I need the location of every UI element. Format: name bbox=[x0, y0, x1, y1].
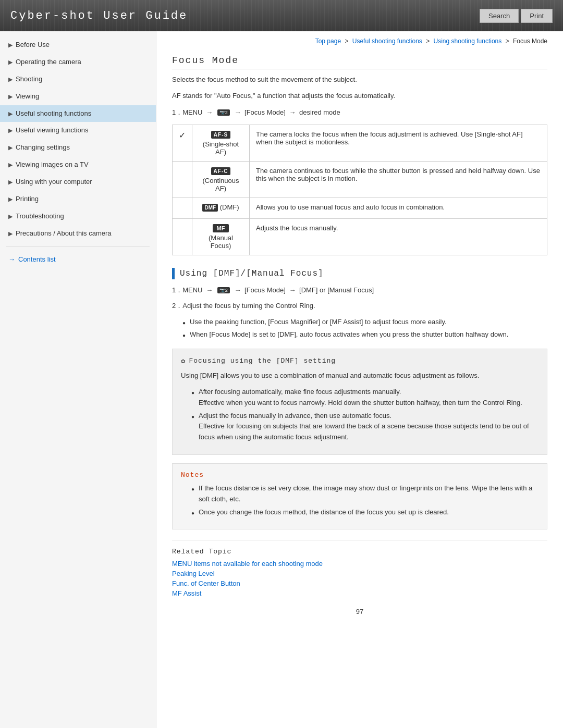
breadcrumb: Top page > Useful shooting functions > U… bbox=[172, 38, 547, 47]
tip-title: ✿ Focusing using the [DMF] setting bbox=[181, 356, 538, 365]
arrow-icon: ▶ bbox=[8, 161, 13, 168]
arrow-icon: ▶ bbox=[8, 110, 13, 117]
mf-label: (Manual Focus) bbox=[209, 234, 233, 250]
sidebar-item-useful-shooting[interactable]: ▶ Useful shooting functions bbox=[0, 105, 156, 122]
list-item: After focusing automatically, make fine … bbox=[191, 387, 538, 409]
step2-1: 1．MENU → 📷2 → [Focus Mode] → [DMF] or [M… bbox=[172, 286, 547, 295]
tip-box: ✿ Focusing using the [DMF] setting Using… bbox=[172, 349, 547, 455]
arrow-icon: ▶ bbox=[8, 93, 13, 100]
list-item: Once you change the focus method, the di… bbox=[191, 507, 538, 518]
intro-line1: Selects the focus method to suit the mov… bbox=[172, 75, 547, 85]
step1: 1．MENU → 📷2 → [Focus Mode] → desired mod… bbox=[172, 108, 547, 117]
sidebar-item-operating[interactable]: ▶ Operating the camera bbox=[0, 54, 156, 71]
arrow-icon: ▶ bbox=[8, 58, 13, 66]
check-cell-empty bbox=[173, 161, 192, 198]
sidebar-item-viewing-tv[interactable]: ▶ Viewing images on a TV bbox=[0, 156, 156, 174]
blue-bar-icon bbox=[172, 268, 175, 279]
camera-icon: 📷2 bbox=[217, 109, 230, 116]
section2-title: Using [DMF]/[Manual Focus] bbox=[180, 269, 324, 278]
afs-badge: AF-S bbox=[211, 131, 230, 139]
check-cell-empty bbox=[173, 198, 192, 218]
afc-description: The camera continues to focus while the … bbox=[250, 161, 547, 198]
afc-label: (Continuous AF) bbox=[202, 177, 239, 192]
step2-bullets: Use the peaking function, [Focus Magnifi… bbox=[182, 317, 547, 341]
search-button[interactable]: Search bbox=[480, 9, 519, 23]
afs-cell: AF-S (Single-shot AF) bbox=[192, 125, 250, 161]
list-item: Use the peaking function, [Focus Magnifi… bbox=[182, 317, 547, 328]
arrow-icon: ▶ bbox=[8, 178, 13, 186]
header: Cyber-shot User Guide Search Print bbox=[0, 0, 563, 31]
sidebar-item-before-use[interactable]: ▶ Before Use bbox=[0, 36, 156, 54]
intro-line2: AF stands for "Auto Focus," a function t… bbox=[172, 91, 547, 102]
dmf-label: (DMF) bbox=[220, 203, 239, 211]
tip-bullets: After focusing automatically, make fine … bbox=[191, 387, 538, 443]
page-title: Focus Mode bbox=[172, 55, 547, 69]
sidebar-divider bbox=[6, 246, 150, 247]
afs-label: (Single-shot AF) bbox=[203, 140, 239, 156]
mf-description: Adjusts the focus manually. bbox=[250, 218, 547, 255]
breadcrumb-current: Focus Mode bbox=[513, 38, 547, 45]
check-cell-empty bbox=[173, 218, 192, 255]
afc-badge: AF-C bbox=[211, 167, 231, 175]
mf-badge: MF bbox=[213, 224, 229, 232]
notes-box: Notes If the focus distance is set very … bbox=[172, 463, 547, 529]
sidebar-item-precautions[interactable]: ▶ Precautions / About this camera bbox=[0, 225, 156, 242]
sidebar-item-troubleshooting[interactable]: ▶ Troubleshooting bbox=[0, 208, 156, 225]
sidebar-item-changing-settings[interactable]: ▶ Changing settings bbox=[0, 139, 156, 156]
focus-mode-table: ✓ AF-S (Single-shot AF) The camera locks… bbox=[172, 125, 547, 255]
notes-title: Notes bbox=[181, 471, 538, 479]
breadcrumb-using-shooting[interactable]: Using shooting functions bbox=[434, 38, 502, 45]
table-row: ✓ AF-S (Single-shot AF) The camera locks… bbox=[173, 125, 547, 161]
related-link-3[interactable]: MF Assist bbox=[172, 589, 547, 597]
mf-cell: MF (Manual Focus) bbox=[192, 218, 250, 255]
header-actions: Search Print bbox=[480, 9, 563, 23]
print-button[interactable]: Print bbox=[521, 9, 553, 23]
app-title: Cyber-shot User Guide bbox=[0, 9, 188, 22]
afc-cell: AF-C (Continuous AF) bbox=[192, 161, 250, 198]
arrow-icon: ▶ bbox=[8, 195, 13, 203]
arrow-icon: ▶ bbox=[8, 213, 13, 220]
sidebar-item-printing[interactable]: ▶ Printing bbox=[0, 191, 156, 208]
sidebar-item-shooting[interactable]: ▶ Shooting bbox=[0, 71, 156, 88]
breadcrumb-top[interactable]: Top page bbox=[315, 38, 341, 45]
contents-list-link[interactable]: → Contents list bbox=[0, 251, 156, 267]
sidebar-item-viewing[interactable]: ▶ Viewing bbox=[0, 88, 156, 105]
breadcrumb-useful-shooting[interactable]: Useful shooting functions bbox=[352, 38, 422, 45]
sidebar: ▶ Before Use ▶ Operating the camera ▶ Sh… bbox=[0, 31, 156, 728]
step2-2: 2．Adjust the focus by turning the Contro… bbox=[172, 301, 547, 311]
list-item: Adjust the focus manually in advance, th… bbox=[191, 411, 538, 443]
page-number: 97 bbox=[172, 608, 547, 615]
table-row: DMF (DMF) Allows you to use manual focus… bbox=[173, 198, 547, 218]
dmf-badge: DMF bbox=[202, 204, 218, 212]
arrow-icon: ▶ bbox=[8, 127, 13, 134]
page-layout: ▶ Before Use ▶ Operating the camera ▶ Sh… bbox=[0, 31, 563, 728]
dmf-cell: DMF (DMF) bbox=[192, 198, 250, 218]
arrow-icon: ▶ bbox=[8, 41, 13, 48]
notes-bullets: If the focus distance is set very close,… bbox=[191, 483, 538, 517]
afs-description: The camera locks the focus when the focu… bbox=[250, 125, 547, 161]
sidebar-item-using-computer[interactable]: ▶ Using with your computer bbox=[0, 174, 156, 191]
related-title: Related Topic bbox=[172, 548, 547, 556]
main-content: Top page > Useful shooting functions > U… bbox=[156, 31, 563, 728]
check-cell: ✓ bbox=[173, 125, 192, 161]
related-topic: Related Topic MENU items not available f… bbox=[172, 540, 547, 597]
arrow-icon: ▶ bbox=[8, 230, 13, 237]
list-item: If the focus distance is set very close,… bbox=[191, 483, 538, 505]
arrow-right-icon: → bbox=[8, 255, 15, 263]
camera-icon-2: 📷2 bbox=[217, 287, 230, 293]
arrow-icon: ▶ bbox=[8, 76, 13, 83]
table-row: MF (Manual Focus) Adjusts the focus manu… bbox=[173, 218, 547, 255]
section2-heading: Using [DMF]/[Manual Focus] bbox=[172, 268, 547, 279]
sidebar-item-useful-viewing[interactable]: ▶ Useful viewing functions bbox=[0, 122, 156, 139]
related-link-0[interactable]: MENU items not available for each shooti… bbox=[172, 560, 547, 567]
table-row: AF-C (Continuous AF) The camera continue… bbox=[173, 161, 547, 198]
list-item: When [Focus Mode] is set to [DMF], auto … bbox=[182, 329, 547, 340]
related-link-2[interactable]: Func. of Center Button bbox=[172, 579, 547, 587]
tip-icon: ✿ bbox=[181, 356, 186, 365]
dmf-description: Allows you to use manual focus and auto … bbox=[250, 198, 547, 218]
arrow-icon: ▶ bbox=[8, 144, 13, 151]
tip-intro: Using [DMF] allows you to use a combinat… bbox=[181, 371, 538, 381]
related-link-1[interactable]: Peaking Level bbox=[172, 570, 547, 577]
